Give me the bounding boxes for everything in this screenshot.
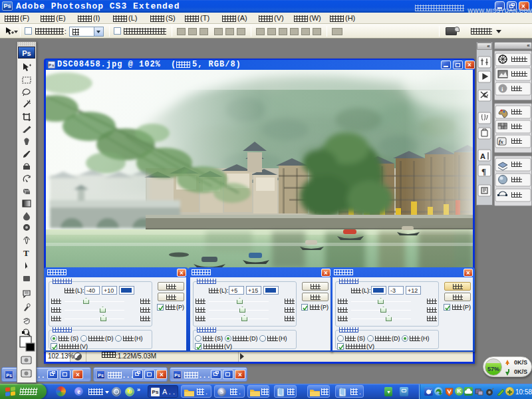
svg-text:fx: fx (499, 139, 503, 145)
svg-text:¶: ¶ (481, 166, 486, 176)
svg-text:T: T (23, 248, 29, 258)
svg-text:A: A (480, 152, 485, 160)
